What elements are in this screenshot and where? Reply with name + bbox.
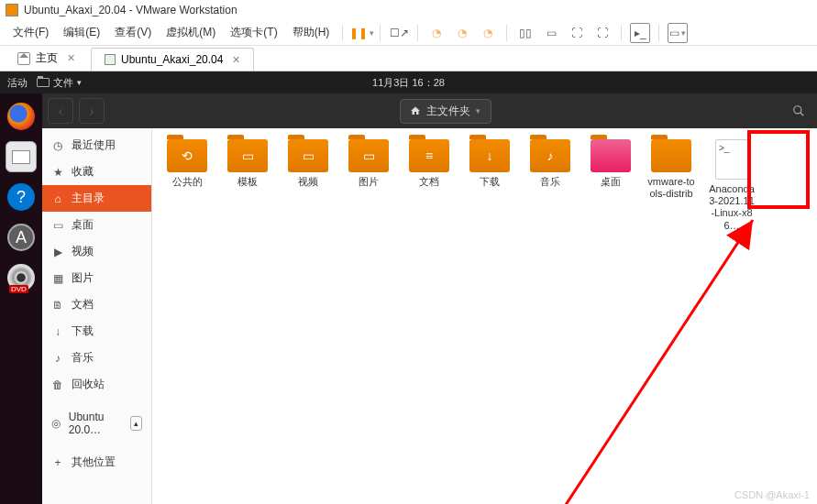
- tab-home[interactable]: 主页 ✕: [4, 45, 89, 71]
- tab-ubuntu[interactable]: Ubuntu_Akaxi_20.04 ✕: [91, 48, 254, 71]
- view-single-button[interactable]: ▯▯: [515, 23, 535, 43]
- sidebar-pictures[interactable]: ▦图片: [42, 265, 151, 291]
- sidebar-trash[interactable]: 🗑回收站: [42, 371, 151, 398]
- clock-icon: ◷: [51, 139, 64, 152]
- close-icon[interactable]: ✕: [67, 52, 75, 64]
- nautilus-window: ‹ › 主文件夹 ▾ ◷最近使用 ★收藏 ⌂主目录 ▭桌面 ▶视频 ▦图片: [42, 93, 817, 504]
- vm-menu-bar: 文件(F) 编辑(E) 查看(V) 虚拟机(M) 选项卡(T) 帮助(H) ❚❚…: [0, 20, 817, 46]
- search-button[interactable]: [786, 98, 811, 124]
- folder-vmware-tools[interactable]: vmware-tools-distrib: [647, 139, 695, 232]
- dock-firefox[interactable]: [6, 101, 37, 132]
- menu-help[interactable]: 帮助(H): [285, 25, 337, 40]
- close-icon[interactable]: ✕: [232, 54, 240, 66]
- eject-button[interactable]: ▴: [130, 416, 142, 431]
- tab-ubuntu-label: Ubuntu_Akaxi_20.04: [121, 53, 223, 66]
- dock-updates[interactable]: A: [6, 222, 37, 253]
- quick-console-button[interactable]: ▸_: [630, 23, 650, 43]
- files-app-indicator[interactable]: 文件 ▾: [37, 76, 82, 90]
- sidebar-downloads[interactable]: ↓下载: [42, 318, 151, 345]
- folder-pictures[interactable]: ▭图片: [345, 139, 392, 232]
- snapshot-take-button[interactable]: ◔: [426, 23, 447, 43]
- separator: [342, 25, 343, 41]
- fullscreen-button[interactable]: ⛶: [592, 23, 613, 43]
- activities-button[interactable]: 活动: [7, 76, 28, 90]
- nautilus-body: ◷最近使用 ★收藏 ⌂主目录 ▭桌面 ▶视频 ▦图片 🗎文档 ↓下载 ♪音乐 🗑…: [42, 128, 817, 504]
- folder-public[interactable]: ⟲公共的: [163, 139, 211, 232]
- sidebar-recent[interactable]: ◷最近使用: [42, 132, 151, 159]
- annotation-highlight: [747, 130, 810, 209]
- folder-music[interactable]: ♪音乐: [526, 139, 574, 232]
- home-icon: [410, 105, 421, 116]
- annotation-arrow: [542, 211, 780, 504]
- screen-button[interactable]: ▭▾: [668, 23, 688, 43]
- folder-icon: ≡: [409, 139, 449, 172]
- menu-vm[interactable]: 虚拟机(M): [159, 25, 223, 40]
- sidebar-disk[interactable]: ◎Ubuntu 20.0…▴: [42, 405, 151, 442]
- folder-icon: ↓: [469, 139, 510, 172]
- folder-icon: [651, 139, 691, 172]
- sidebar-music[interactable]: ♪音乐: [42, 345, 151, 371]
- script-file-icon: >_: [715, 139, 748, 180]
- pause-button[interactable]: ❚❚▾: [351, 23, 371, 43]
- folder-icon: ♪: [530, 139, 570, 172]
- music-icon: ♪: [51, 352, 64, 365]
- document-icon: 🗎: [51, 299, 64, 312]
- sidebar-desktop[interactable]: ▭桌面: [42, 212, 151, 238]
- sidebar-home[interactable]: ⌂主目录: [42, 185, 151, 212]
- nav-forward-button[interactable]: ›: [79, 98, 105, 124]
- folder-desktop[interactable]: 桌面: [587, 139, 635, 232]
- sidebar-other[interactable]: +其他位置: [42, 449, 151, 476]
- watermark: CSDN @Akaxi-1: [734, 489, 810, 500]
- folder-downloads[interactable]: ↓下载: [466, 139, 513, 232]
- send-ctrl-alt-del-button[interactable]: ☐↗: [389, 23, 409, 43]
- folder-videos[interactable]: ▭视频: [284, 139, 332, 232]
- folder-documents[interactable]: ≡文档: [405, 139, 453, 232]
- video-icon: ▶: [51, 246, 64, 258]
- menu-tabs[interactable]: 选项卡(T): [223, 25, 284, 40]
- folder-icon: ▭: [348, 139, 389, 172]
- folder-icon: [37, 78, 50, 87]
- dock-help[interactable]: ?: [6, 181, 37, 213]
- home-icon: ⌂: [51, 192, 64, 205]
- nav-back-button[interactable]: ‹: [48, 98, 73, 124]
- dock-files[interactable]: [6, 141, 37, 172]
- clock[interactable]: 11月3日 16：28: [372, 76, 445, 90]
- firefox-icon: [7, 103, 35, 130]
- vm-display: 活动 文件 ▾ 11月3日 16：28 ? A DVD ‹ › 主文件夹 ▾: [0, 71, 817, 504]
- vm-tabs: 主页 ✕ Ubuntu_Akaxi_20.04 ✕: [0, 46, 817, 71]
- ubuntu-topbar: 活动 文件 ▾ 11月3日 16：28: [0, 71, 817, 93]
- search-icon: [792, 104, 805, 117]
- view-unity-button[interactable]: ⛶: [567, 23, 587, 43]
- svg-point-0: [794, 106, 801, 114]
- ubuntu-dock: ? A DVD: [0, 93, 42, 504]
- snapshot-manage-button[interactable]: ◔: [478, 23, 498, 43]
- separator: [380, 25, 381, 41]
- plus-icon: +: [51, 456, 64, 469]
- folder-icon: ⟲: [167, 139, 207, 172]
- picture-icon: ▦: [51, 272, 64, 285]
- menu-edit[interactable]: 编辑(E): [56, 25, 107, 40]
- files-label: 文件: [53, 76, 73, 90]
- snapshot-revert-button[interactable]: ◔: [452, 23, 472, 43]
- chevron-down-icon: ▾: [476, 106, 480, 115]
- svg-line-2: [560, 220, 753, 504]
- window-title: Ubuntu_Akaxi_20.04 - VMware Workstation: [24, 4, 237, 16]
- menu-view[interactable]: 查看(V): [107, 25, 159, 40]
- sidebar-videos[interactable]: ▶视频: [42, 238, 151, 265]
- folder-icon: ▭: [288, 139, 328, 172]
- vmware-logo-icon: [6, 4, 18, 16]
- dock-dvd[interactable]: DVD: [6, 262, 37, 293]
- sidebar-starred[interactable]: ★收藏: [42, 159, 151, 185]
- path-bar[interactable]: 主文件夹 ▾: [400, 99, 491, 124]
- menu-file[interactable]: 文件(F): [6, 25, 56, 40]
- nautilus-content[interactable]: ⟲公共的 ▭模板 ▭视频 ▭图片 ≡文档 ↓下载 ♪音乐 桌面 vmware-t…: [152, 128, 817, 504]
- sidebar-documents[interactable]: 🗎文档: [42, 291, 151, 318]
- star-icon: ★: [51, 166, 64, 179]
- folder-icon: [591, 139, 631, 172]
- folder-templates[interactable]: ▭模板: [224, 139, 271, 232]
- nautilus-header: ‹ › 主文件夹 ▾: [42, 93, 817, 128]
- chevron-down-icon: ▾: [77, 78, 82, 87]
- files-icon: [12, 150, 30, 164]
- separator: [621, 25, 622, 41]
- view-console-button[interactable]: ▭: [541, 23, 561, 43]
